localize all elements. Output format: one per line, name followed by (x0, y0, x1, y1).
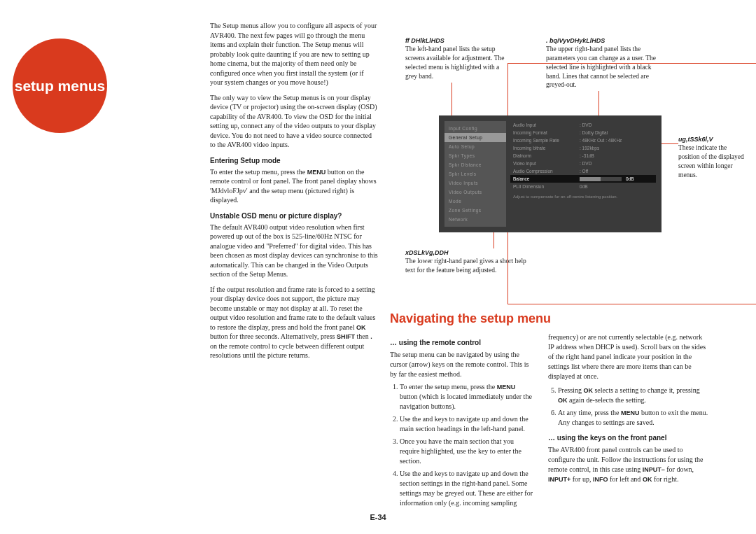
osd-left-panel: Input ConfigGeneral SetupAuto SetupSpkr … (444, 121, 506, 227)
osd-menu-item: Auto Setup (444, 142, 506, 151)
unstable-p1: The default AVR400 output video resoluti… (210, 223, 378, 279)
osd-param-row: Incoming bitrate: 192kbps (510, 144, 656, 152)
callout-scrollbars: ug,tSSk6l,V These indicate the position … (678, 135, 748, 179)
left-column: The Setup menus allow you to configure a… (210, 21, 378, 366)
osd-right-panel: Audio Input: DVDIncoming Format: Dolby D… (510, 121, 656, 227)
callout-line (598, 91, 599, 119)
osd-param-row: Balance0dB (510, 175, 656, 183)
entering-body: To enter the setup menu, press the MENU … (210, 167, 378, 205)
osd-param-row: Video Input: DVD (510, 160, 656, 167)
remote-heading: … using the remote control (390, 338, 533, 348)
step-6: At any time, press the MENU button to ex… (558, 408, 709, 428)
nav-col-left: … using the remote control The setup men… (390, 332, 533, 511)
osd-param-row: Incoming Format: Dolby Digital (510, 129, 656, 136)
callout-right-panel: . bqiVyvDHykLlHDS The upper right-hand p… (546, 36, 665, 90)
header-circle-label: setup menus (15, 78, 106, 94)
osd-param-row: Audio Compression: Off (510, 167, 656, 175)
osd-param-row: PLII Dimension0dB (510, 183, 656, 190)
cont-p: frequency) or are not currently selectab… (548, 332, 709, 381)
osd-menu-item: Input Config (444, 124, 506, 133)
osd-param-row: Incoming Sample Rate: 48KHz Out : 48KHz (510, 136, 656, 144)
remote-intro: The setup menu can be navigated by using… (390, 350, 533, 379)
front-body: The AVR400 front panel controls can be u… (548, 445, 709, 484)
osd-screenshot: Input ConfigGeneral SetupAuto SetupSpkr … (439, 115, 662, 232)
osd-menu-item: Spkr Types (444, 151, 506, 160)
intro-p2: The only way to view the Setup menus is … (210, 93, 378, 150)
intro-p1: The Setup menus allow you to configure a… (210, 21, 378, 87)
step-1: To enter the setup menu, press the MENU … (400, 382, 533, 412)
step-2: Use the and keys to navigate up and down… (400, 414, 533, 434)
step-4: Use the and keys to navigate up and down… (400, 469, 533, 508)
display-code: MJdvloFJpv (211, 187, 246, 195)
unstable-p2: If the output resolution and frame rate … (210, 285, 378, 360)
osd-menu-item: General Setup (444, 133, 506, 142)
callout-left-panel: ff DHlkLlHDS The left-hand panel lists t… (405, 36, 510, 80)
section-title: Navigating the setup menu (390, 311, 551, 326)
osd-menu-item: Spkr Levels (444, 169, 506, 178)
osd-menu-item: Video Inputs (444, 178, 506, 188)
callout-line (662, 143, 678, 144)
osd-menu-item: Mode (444, 197, 506, 206)
front-heading: … using the keys on the front panel (548, 433, 709, 443)
callout-help-text: xDSLkVg,DDH The lower right-hand panel g… (405, 248, 528, 275)
remote-steps-cont: Pressing OK selects a setting to change … (558, 386, 709, 428)
header-circle: setup menus (13, 38, 107, 133)
step-3: Once you have the main section that you … (400, 437, 533, 466)
osd-menu-item: Zone Settings (444, 206, 506, 215)
page-number: E-34 (370, 513, 386, 521)
step-5: Pressing OK selects a setting to change … (558, 386, 709, 405)
osd-param-row: Audio Input: DVD (510, 121, 656, 129)
osd-menu-item: Network (444, 215, 506, 224)
unstable-heading: Unstable OSD menu or picture display? (210, 212, 378, 220)
nav-col-right: frequency) or are not currently selectab… (548, 332, 709, 489)
remote-steps: To enter the setup menu, press the MENU … (400, 382, 533, 508)
osd-menu-item: Spkr Distance (444, 160, 506, 169)
entering-heading: Entering Setup mode (210, 157, 378, 164)
osd-menu-item: Video Outputs (444, 188, 506, 197)
callout-line (451, 83, 452, 119)
osd-param-row: Dialnorm: -31dB (510, 152, 656, 160)
osd-help-text: Adjust to compensate for an off-centre l… (510, 192, 656, 203)
menu-label: MENU (307, 169, 326, 176)
